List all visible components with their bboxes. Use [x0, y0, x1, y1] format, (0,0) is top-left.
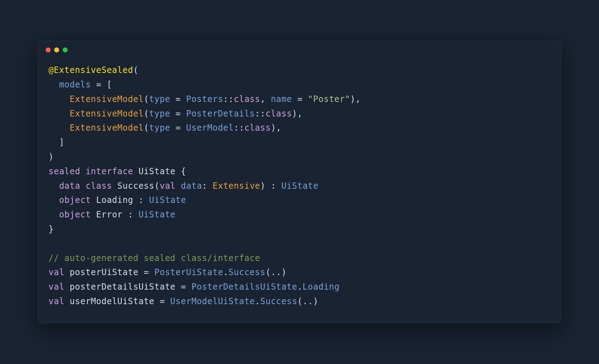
- code-block: @ExtensiveSealed( models = [ ExtensiveMo…: [38, 56, 561, 323]
- code-line: val userModelUiState = UserModelUiState.…: [49, 296, 318, 306]
- code-line: ExtensiveModel(type = PosterDetails::cla…: [49, 109, 303, 119]
- code-line: ): [49, 152, 54, 162]
- member-token: class: [234, 94, 260, 104]
- code-line: object Loading : UiState: [49, 195, 186, 205]
- code-line: object Error : UiState: [49, 210, 176, 220]
- code-line: val posterUiState = PosterUiState.Succes…: [49, 267, 287, 277]
- minimize-icon[interactable]: [54, 47, 59, 52]
- code-line: @ExtensiveSealed(: [49, 65, 138, 75]
- code-line: ]: [49, 137, 64, 147]
- code-line: ExtensiveModel(type = UserModel::class),: [49, 123, 281, 133]
- code-line: }: [49, 224, 54, 234]
- code-line: // auto-generated sealed class/interface: [49, 253, 260, 263]
- maximize-icon[interactable]: [63, 47, 68, 52]
- annotation-token: @ExtensiveSealed: [49, 65, 133, 75]
- code-line: ExtensiveModel(type = Posters::class, na…: [49, 94, 361, 104]
- string-token: "Poster": [308, 94, 350, 104]
- punct-token: (: [133, 65, 138, 75]
- class-token: ExtensiveModel: [70, 94, 144, 104]
- comment-token: // auto-generated sealed class/interface: [49, 253, 260, 263]
- param-token: models: [59, 80, 91, 90]
- code-line: val posterDetailsUiState = PosterDetails…: [49, 282, 340, 292]
- code-window: @ExtensiveSealed( models = [ ExtensiveMo…: [38, 41, 561, 323]
- type-token: Posters: [186, 94, 223, 104]
- keyword-token: sealed: [49, 166, 80, 176]
- close-icon[interactable]: [46, 47, 51, 52]
- code-line: data class Success(val data: Extensive) …: [49, 181, 319, 191]
- code-line: models = [: [49, 80, 112, 90]
- code-line: sealed interface UiState {: [49, 166, 186, 176]
- titlebar: [38, 41, 561, 56]
- extensive-token: Extensive: [212, 181, 260, 191]
